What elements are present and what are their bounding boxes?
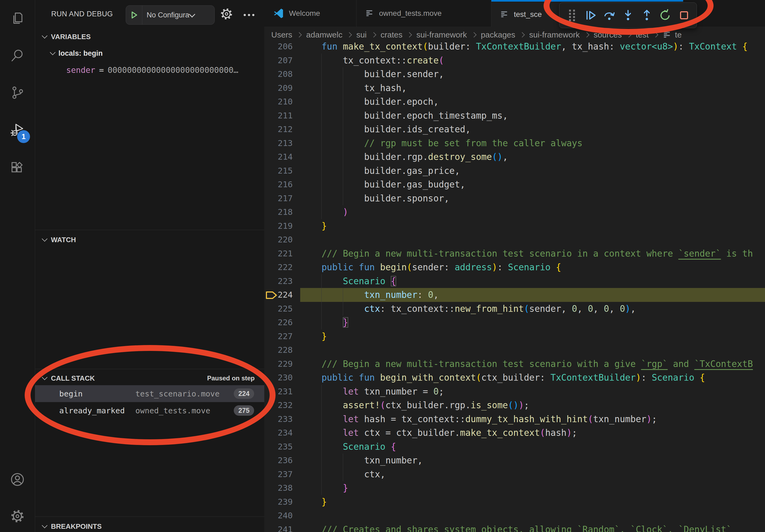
- step-into-button[interactable]: [619, 6, 637, 25]
- drag-grip-icon[interactable]: [563, 6, 581, 25]
- breadcrumb-item[interactable]: sui-framework: [416, 30, 467, 39]
- code-line[interactable]: 211 builder.epoch_timestamp_ms,: [264, 109, 765, 123]
- breadcrumb-item[interactable]: crates: [381, 30, 402, 39]
- stop-button[interactable]: [675, 6, 693, 25]
- sidebar-item-source-control[interactable]: [0, 78, 35, 108]
- sidebar-item-run-and-debug[interactable]: [0, 115, 35, 145]
- line-number[interactable]: 238: [269, 481, 293, 495]
- variable-row[interactable]: sender = 00000000000000000000000000…: [66, 63, 238, 77]
- line-number[interactable]: 230: [269, 371, 293, 385]
- code-line[interactable]: 227 }: [264, 330, 765, 344]
- section-watch[interactable]: WATCH: [35, 232, 264, 247]
- code-line[interactable]: 218 ): [264, 205, 765, 219]
- more-actions-button[interactable]: [241, 7, 257, 23]
- code-line[interactable]: 237 ctx,: [264, 467, 765, 481]
- line-number[interactable]: 219: [269, 219, 293, 233]
- line-number[interactable]: 214: [269, 150, 293, 164]
- line-number[interactable]: 227: [269, 330, 293, 344]
- line-number[interactable]: 228: [269, 343, 293, 357]
- line-number[interactable]: 235: [269, 440, 293, 454]
- code-line[interactable]: 210 builder.epoch,: [264, 95, 765, 109]
- line-number[interactable]: 239: [269, 495, 293, 509]
- line-number[interactable]: 217: [269, 191, 293, 205]
- line-number[interactable]: 233: [269, 412, 293, 426]
- code-line[interactable]: 207 tx_context::create(: [264, 54, 765, 68]
- breadcrumb-item[interactable]: test: [636, 30, 649, 39]
- code-line[interactable]: 224 txn_number: 0,: [264, 288, 765, 302]
- line-number[interactable]: 232: [269, 398, 293, 412]
- code-line[interactable]: 231 let txn_number = 0;: [264, 385, 765, 399]
- code-line[interactable]: 216 builder.gas_budget,: [264, 177, 765, 191]
- line-number[interactable]: 212: [269, 123, 293, 136]
- line-number[interactable]: 221: [269, 247, 293, 261]
- line-number[interactable]: 231: [269, 385, 293, 399]
- code-line[interactable]: 226 }: [264, 316, 765, 330]
- section-breakpoints[interactable]: BREAKPOINTS: [35, 519, 264, 532]
- code-line[interactable]: 212 builder.ids_created,: [264, 123, 765, 136]
- line-number[interactable]: 225: [269, 302, 293, 316]
- code-line[interactable]: 214 builder.rgp.destroy_some(),: [264, 150, 765, 164]
- line-number[interactable]: 229: [269, 357, 293, 371]
- code-line[interactable]: 225 ctx: tx_context::new_from_hint(sende…: [264, 302, 765, 316]
- start-debug-button[interactable]: [126, 6, 142, 24]
- line-number[interactable]: 220: [269, 233, 293, 247]
- step-over-button[interactable]: [600, 6, 619, 25]
- code-line[interactable]: 229 /// Begin a new multi-transaction te…: [264, 357, 765, 371]
- section-variables[interactable]: VARIABLES: [35, 30, 264, 44]
- line-number[interactable]: 213: [269, 136, 293, 150]
- line-number[interactable]: 234: [269, 426, 293, 440]
- breadcrumb-file[interactable]: te: [663, 30, 682, 39]
- line-number[interactable]: 223: [269, 274, 293, 288]
- breadcrumb-item[interactable]: sources: [594, 30, 622, 39]
- code-line[interactable]: 209 tx_hash,: [264, 81, 765, 95]
- line-number[interactable]: 209: [269, 81, 293, 95]
- stack-frame[interactable]: begintest_scenario.move224: [35, 385, 264, 402]
- code-line[interactable]: 219 }: [264, 219, 765, 233]
- code-line[interactable]: 240: [264, 509, 765, 523]
- line-number[interactable]: 207: [269, 54, 293, 68]
- tab-Welcome[interactable]: Welcome: [264, 0, 357, 27]
- breadcrumb-item[interactable]: sui: [356, 30, 367, 39]
- sidebar-item-explorer[interactable]: [0, 4, 35, 34]
- section-call-stack[interactable]: CALL STACK Paused on step: [35, 371, 264, 386]
- code-line[interactable]: 230 public fun begin_with_context(ctx_bu…: [264, 371, 765, 385]
- line-number[interactable]: 226: [269, 316, 293, 330]
- line-number[interactable]: 222: [269, 260, 293, 274]
- sidebar-item-search[interactable]: [0, 40, 35, 71]
- line-number[interactable]: 218: [269, 205, 293, 219]
- debug-settings-button[interactable]: [220, 7, 234, 21]
- code-line[interactable]: 234 let ctx = ctx_builder.make_tx_contex…: [264, 426, 765, 440]
- code-line[interactable]: 232 assert!(ctx_builder.rgp.is_some());: [264, 398, 765, 412]
- variables-scope-row[interactable]: locals: begin: [51, 46, 103, 61]
- code-line[interactable]: 222 public fun begin(sender: address): S…: [264, 260, 765, 274]
- line-number[interactable]: 241: [269, 523, 293, 532]
- tab-owned_tests.move[interactable]: owned_tests.move: [357, 0, 491, 27]
- line-number[interactable]: 216: [269, 177, 293, 191]
- line-number[interactable]: 208: [269, 67, 293, 81]
- breadcrumb-item[interactable]: sui-framework: [529, 30, 579, 39]
- restart-button[interactable]: [656, 6, 675, 25]
- code-line[interactable]: 233 let hash = tx_context::dummy_tx_hash…: [264, 412, 765, 426]
- line-number[interactable]: 240: [269, 509, 293, 523]
- line-number[interactable]: 215: [269, 164, 293, 178]
- stack-frame[interactable]: already_markedowned_tests.move275: [35, 402, 264, 419]
- line-number[interactable]: 236: [269, 453, 293, 467]
- code-line[interactable]: 239 }: [264, 495, 765, 509]
- breadcrumb-item[interactable]: packages: [481, 30, 515, 39]
- settings-button[interactable]: [0, 501, 35, 531]
- step-out-button[interactable]: [637, 6, 656, 25]
- code-line[interactable]: 223 Scenario {: [264, 274, 765, 288]
- code-line[interactable]: 228: [264, 343, 765, 357]
- line-number[interactable]: 210: [269, 95, 293, 109]
- code-line[interactable]: 220: [264, 233, 765, 247]
- code-line[interactable]: 238 }: [264, 481, 765, 495]
- code-line[interactable]: 236 txn_number,: [264, 453, 765, 467]
- code-line[interactable]: 241 /// Creates and shares system object…: [264, 523, 765, 532]
- code-line[interactable]: 235 Scenario {: [264, 440, 765, 454]
- code-line[interactable]: 213 // rgp must be set from the caller a…: [264, 136, 765, 150]
- account-button[interactable]: [0, 464, 35, 494]
- continue-button[interactable]: [581, 6, 600, 25]
- debug-config-picker[interactable]: No Configura: [126, 5, 215, 25]
- breadcrumb-item[interactable]: adamwelc: [306, 30, 342, 39]
- line-number[interactable]: 211: [269, 109, 293, 123]
